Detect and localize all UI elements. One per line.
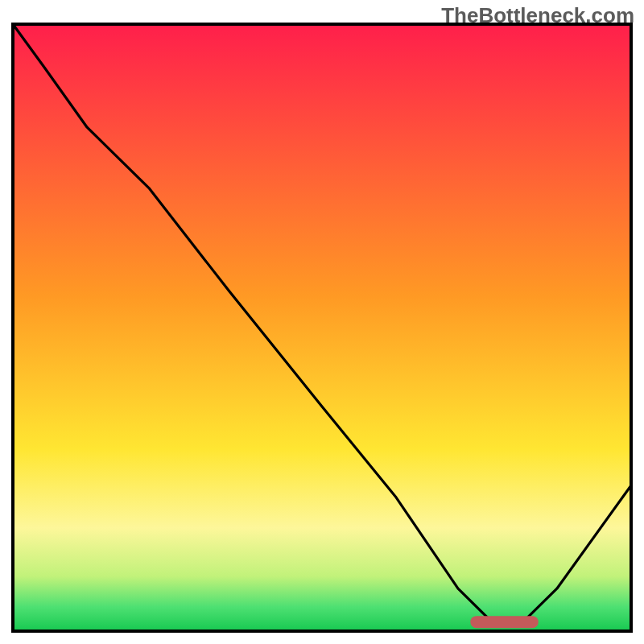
chart-background bbox=[13, 24, 631, 631]
watermark-text: TheBottleneck.com bbox=[441, 3, 634, 28]
chart-container: TheBottleneck.com bbox=[0, 0, 644, 644]
optimal-marker bbox=[470, 616, 538, 628]
bottleneck-chart bbox=[0, 0, 644, 644]
